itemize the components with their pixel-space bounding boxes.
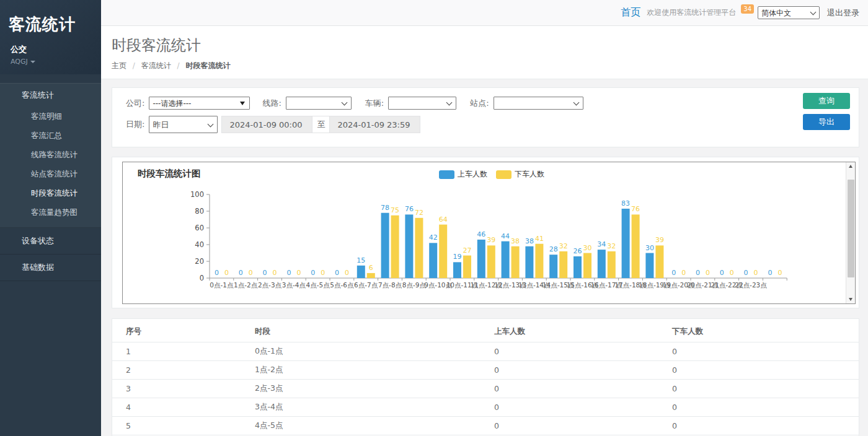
table-cell: 3点-4点 xyxy=(255,398,494,417)
filter-panel: 公司: ---请选择--- 线路: 车辆: xyxy=(112,87,859,147)
table-row: 43点-4点00 xyxy=(112,398,859,417)
bar-value-label: 30 xyxy=(645,244,654,252)
vehicle-select-wrap xyxy=(388,97,456,110)
x-category-label: 22点-23点 xyxy=(735,281,767,289)
sidebar-section-label[interactable]: 客流统计 xyxy=(0,84,101,107)
y-tick-label: 20 xyxy=(195,257,204,266)
bar-value-label: 0 xyxy=(286,269,291,277)
sidebar-item[interactable]: 客流明细 xyxy=(0,107,101,126)
filter-row-1: 公司: ---请选择--- 线路: 车辆: xyxy=(126,97,797,110)
bar-上车人数-7 xyxy=(381,213,389,278)
alighting-swatch-icon xyxy=(496,170,512,179)
bar-value-label: 83 xyxy=(621,199,630,207)
query-button[interactable]: 查询 xyxy=(803,93,850,109)
y-tick-label: 100 xyxy=(190,190,204,199)
breadcrumb-home[interactable]: 主页 xyxy=(112,61,126,70)
sidebar-item[interactable]: 站点客流统计 xyxy=(0,165,101,184)
scrollbar-up-arrow-icon[interactable] xyxy=(846,162,856,171)
notification-badge[interactable]: 34 xyxy=(741,4,754,14)
chart-header: 时段车流统计图 上车人数 下车人数 xyxy=(138,168,846,181)
column-header: 上车人数 xyxy=(494,320,672,342)
bar-value-label: 15 xyxy=(356,256,365,264)
bar-value-label: 0 xyxy=(239,269,243,277)
bar-上车人数-12 xyxy=(502,242,510,278)
caret-down-icon xyxy=(30,61,35,63)
table-cell: 0 xyxy=(672,417,859,435)
sidebar-section-0: 客流统计客流明细客流汇总线路客流统计站点客流统计时段客流统计客流量趋势图 xyxy=(0,83,101,228)
date-end-input[interactable] xyxy=(329,116,420,133)
breadcrumb: 主页 / 客流统计 / 时段客流统计 xyxy=(112,61,868,71)
table-row: 21点-2点00 xyxy=(112,361,859,380)
x-category-label: 2点-3点 xyxy=(258,281,282,289)
table-cell: 5 xyxy=(112,417,255,435)
bar-下车人数-9 xyxy=(439,225,447,278)
chart-vertical-scrollbar[interactable] xyxy=(846,162,855,303)
language-select[interactable]: 简体中文 xyxy=(758,6,820,19)
x-category-label: 3点-4点 xyxy=(282,281,306,289)
bar-value-label: 30 xyxy=(583,244,592,252)
bar-上车人数-8 xyxy=(405,214,413,278)
company-select-wrap: ---请选择--- xyxy=(149,97,250,110)
sidebar-section-label[interactable]: 设备状态 xyxy=(0,228,101,254)
legend-label-boarding: 上车人数 xyxy=(458,169,487,180)
bar-value-label: 0 xyxy=(335,269,339,277)
sidebar-section-label[interactable]: 基础数据 xyxy=(0,255,101,281)
station-select[interactable] xyxy=(494,97,583,110)
sidebar-item[interactable]: 客流量趋势图 xyxy=(0,203,101,222)
bar-value-label: 27 xyxy=(463,246,472,255)
bar-value-label: 38 xyxy=(525,237,534,245)
brand-area: 客流统计 公交 AQGJ xyxy=(0,0,101,74)
vehicle-select[interactable] xyxy=(388,97,456,110)
bar-value-label: 26 xyxy=(574,247,582,255)
filter-row-2: 日期: 昨日 至 xyxy=(126,116,797,133)
table-cell: 0 xyxy=(672,361,859,380)
home-link[interactable]: 首页 xyxy=(621,6,640,19)
date-start-input[interactable] xyxy=(221,116,312,133)
scrollbar-thumb[interactable] xyxy=(848,180,854,277)
line-select[interactable] xyxy=(286,97,352,110)
bar-value-label: 76 xyxy=(631,205,640,213)
bar-value-label: 0 xyxy=(754,269,758,277)
bar-value-label: 0 xyxy=(706,269,710,277)
export-button[interactable]: 导出 xyxy=(803,114,850,130)
table-cell: 3 xyxy=(112,380,255,398)
sidebar-item[interactable]: 客流汇总 xyxy=(0,126,101,146)
company-label: 公司: xyxy=(126,98,144,109)
bar-value-label: 41 xyxy=(535,235,544,243)
table-cell: 0 xyxy=(494,342,672,361)
org-code-dropdown[interactable]: AQGJ xyxy=(9,58,92,66)
table-cell: 4点-5点 xyxy=(255,417,494,435)
table-cell: 0 xyxy=(672,342,859,361)
legend-item-boarding[interactable]: 上车人数 xyxy=(439,169,487,180)
scrollbar-down-arrow-icon[interactable] xyxy=(846,295,856,303)
bar-上车人数-9 xyxy=(429,243,437,278)
station-label: 站点: xyxy=(470,98,489,109)
welcome-text: 欢迎使用客流统计管理平台 xyxy=(647,7,736,18)
bar-下车人数-16 xyxy=(608,251,616,278)
bar-value-label: 0 xyxy=(224,269,229,277)
company-select[interactable]: ---请选择--- xyxy=(149,97,250,110)
sidebar: 客流统计 公交 AQGJ 客流统计客流明细客流汇总线路客流统计站点客流统计时段客… xyxy=(0,0,101,436)
bar-value-label: 0 xyxy=(273,269,277,277)
bar-value-label: 0 xyxy=(345,269,349,277)
legend-item-alighting[interactable]: 下车人数 xyxy=(496,169,544,180)
logout-link[interactable]: 退出登录 xyxy=(827,7,859,19)
bar-上车人数-17 xyxy=(622,209,630,278)
bar-上车人数-18 xyxy=(645,253,653,279)
bar-下车人数-18 xyxy=(655,245,663,278)
x-category-label: 8点-9点 xyxy=(402,281,427,289)
sidebar-item[interactable]: 时段客流统计 xyxy=(0,184,101,203)
brand-title: 客流统计 xyxy=(9,14,92,35)
sidebar-item[interactable]: 线路客流统计 xyxy=(0,146,101,165)
breadcrumb-section[interactable]: 客流统计 xyxy=(141,61,171,70)
bar-value-label: 46 xyxy=(477,230,485,238)
table-row: 32点-3点00 xyxy=(112,380,859,398)
bar-value-label: 0 xyxy=(768,269,772,277)
bar-value-label: 0 xyxy=(263,269,267,277)
line-select-wrap xyxy=(286,97,352,110)
y-tick-label: 40 xyxy=(195,240,204,249)
table-cell: 1 xyxy=(112,342,255,361)
date-preset-select[interactable]: 昨日 xyxy=(149,116,218,133)
stats-table: 序号时段上车人数下车人数 10点-1点0021点-2点0032点-3点0043点… xyxy=(112,320,859,436)
bar-上车人数-11 xyxy=(477,240,485,278)
